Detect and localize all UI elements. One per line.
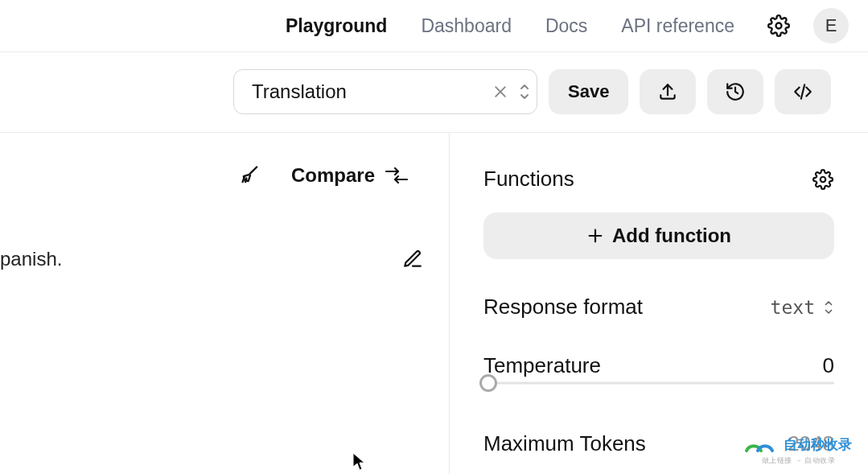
compare-label: Compare (291, 164, 375, 187)
svg-line-4 (801, 84, 804, 98)
svg-point-0 (776, 23, 782, 29)
nav-tab-api-reference[interactable]: API reference (621, 15, 734, 37)
nav-tab-docs[interactable]: Docs (545, 15, 587, 37)
preset-select-toggle[interactable] (518, 82, 531, 101)
history-icon (725, 81, 746, 102)
gear-icon (767, 14, 790, 37)
plus-icon (586, 227, 604, 245)
edit-icon (402, 249, 423, 270)
gear-icon (812, 169, 833, 190)
avatar[interactable]: E (813, 8, 849, 43)
chevrons-updown-icon (823, 299, 834, 315)
functions-settings-button[interactable] (812, 168, 834, 191)
main: Compare panish. Functions (0, 133, 868, 474)
response-format-select[interactable]: text (771, 297, 834, 318)
response-format-value: text (771, 297, 815, 318)
response-format-row: Response format text (483, 295, 834, 319)
clear-conversation-button[interactable] (238, 163, 262, 188)
divider (0, 52, 868, 52)
functions-header: Functions (483, 167, 834, 192)
add-function-button[interactable]: Add function (483, 212, 834, 259)
top-nav: Playground Dashboard Docs API reference … (0, 0, 868, 52)
preset-name-input[interactable] (252, 80, 492, 103)
clear-button[interactable] (492, 82, 508, 101)
system-prompt-row: panish. (0, 247, 449, 271)
nav-tab-dashboard[interactable]: Dashboard (421, 15, 512, 37)
edit-prompt-button[interactable] (401, 247, 425, 271)
temperature-slider[interactable] (483, 373, 834, 393)
settings-button[interactable] (767, 14, 791, 38)
max-tokens-row: Maximum Tokens 2048 (483, 431, 834, 456)
save-button[interactable]: Save (549, 69, 628, 114)
share-button[interactable] (640, 69, 696, 114)
history-button[interactable] (707, 69, 763, 114)
left-pane: Compare panish. (0, 133, 449, 474)
nav-links: Playground Dashboard Docs API reference (286, 15, 734, 37)
max-tokens-label: Maximum Tokens (483, 431, 646, 456)
broom-icon (239, 164, 261, 187)
slider-thumb[interactable] (479, 374, 497, 392)
toolbar: Save (0, 52, 868, 132)
left-tools: Compare (238, 163, 409, 188)
right-pane: Functions Add function Response format t… (450, 133, 868, 474)
add-function-label: Add function (612, 225, 731, 247)
preset-name-field[interactable] (233, 69, 537, 114)
functions-title: Functions (483, 167, 574, 192)
code-button[interactable] (775, 69, 831, 114)
x-icon (492, 84, 508, 100)
upload-icon (657, 81, 678, 102)
nav-right: E (767, 8, 849, 43)
chevrons-updown-icon (518, 83, 531, 101)
code-icon (792, 81, 814, 102)
nav-tab-playground[interactable]: Playground (286, 15, 388, 37)
slider-track (488, 382, 834, 385)
response-format-label: Response format (483, 295, 643, 319)
max-tokens-value[interactable]: 2048 (788, 431, 834, 456)
compare-button[interactable]: Compare (291, 164, 409, 187)
compare-icon (385, 166, 409, 185)
system-prompt-text: panish. (0, 248, 391, 270)
svg-point-7 (821, 176, 826, 182)
